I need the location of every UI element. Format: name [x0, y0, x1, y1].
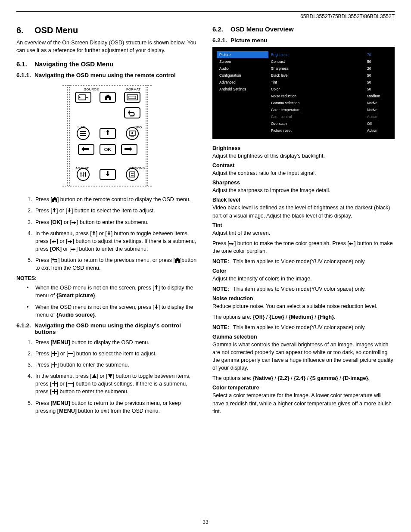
- plus-icon: [52, 351, 57, 356]
- h3-title: Navigating the OSD menu using the remote…: [34, 72, 176, 78]
- btn-home: [100, 92, 115, 103]
- osd-screenshot: PictureScreenAudioConfigurationAdvancedA…: [212, 47, 395, 139]
- h3-number: 6.2.1.: [212, 37, 230, 44]
- txt: When the OSD menu is not on the screen, …: [35, 304, 154, 310]
- btn-ok: OK: [100, 144, 115, 155]
- label-source: SOURCE: [84, 87, 99, 91]
- svg-rect-38: [83, 148, 89, 150]
- txt: or [: [62, 219, 72, 225]
- txt: ] or [: [97, 373, 108, 379]
- osd-label: Noise reduction: [268, 93, 364, 100]
- left-icon: [349, 242, 354, 246]
- txt: ] or [: [57, 238, 68, 244]
- txt: /: [290, 375, 294, 381]
- osd-value: Action: [364, 113, 390, 120]
- btn-list: [77, 128, 89, 140]
- txt: /: [284, 314, 289, 320]
- notes-heading: NOTES:: [16, 275, 199, 281]
- btn-options: [126, 168, 138, 180]
- txt: Press: [35, 400, 50, 406]
- list-item: When the OSD menu is not on the screen, …: [34, 284, 199, 299]
- def-heading: Tint: [212, 222, 395, 228]
- txt: Press [: [35, 196, 52, 202]
- up-icon: [52, 208, 56, 213]
- txt: Press [: [35, 257, 52, 263]
- osd-values: 705020505050MediumNativeNativeActionOffA…: [364, 51, 390, 134]
- osd-labels: BrightnessContrastSharpnessBlack levelTi…: [268, 51, 364, 134]
- txt: {Smart picture}: [56, 292, 95, 299]
- osd-label: Color temperature: [268, 106, 364, 113]
- txt: {Medium}: [289, 314, 313, 320]
- txt: ] or [: [96, 230, 107, 236]
- osd-left-item: Screen: [217, 58, 268, 65]
- triangle-down-icon: [108, 373, 113, 379]
- osd-left-item: Picture: [217, 51, 268, 58]
- list-item: In the submenu, press [] or [] button to…: [34, 230, 199, 253]
- txt: or [: [62, 246, 71, 252]
- def-heading: Gamma selection: [212, 334, 395, 340]
- plus-icon: [52, 389, 57, 394]
- list-item: Press [MENU] button to return to the pre…: [34, 399, 199, 415]
- svg-rect-43: [125, 148, 131, 150]
- def-heading: Sharpness: [212, 180, 395, 186]
- h3-number: 6.1.1.: [16, 72, 34, 78]
- note-label: NOTE:: [212, 258, 233, 265]
- txt: When the OSD menu is not on the screen, …: [35, 285, 154, 291]
- right-column: 6.2.OSD Menu Overview 6.2.1.Picture menu…: [212, 25, 395, 418]
- osd-value: 50: [364, 86, 390, 93]
- section-6-2-1-heading: 6.2.1.Picture menu: [212, 37, 395, 44]
- h3-title: Picture menu: [230, 37, 268, 44]
- txt: ] button to enter the submenu.: [57, 389, 129, 395]
- txt: /: [273, 375, 277, 381]
- section-6-2-heading: 6.2.OSD Menu Overview: [212, 25, 395, 33]
- def-body: The options are: {Off} / {Low} / {Medium…: [212, 313, 395, 321]
- def-body: Reduce picture noise. You can select a s…: [212, 302, 395, 310]
- txt: {S gamma}: [310, 375, 338, 381]
- btn-adjust: [77, 168, 89, 180]
- osd-label: Sharpness: [268, 65, 364, 72]
- txt: {Off}: [253, 314, 265, 320]
- list-item: Press [OK] or [] button to enter the sub…: [34, 218, 199, 226]
- txt: button to display the OSD menu.: [70, 339, 149, 345]
- txt: ] button to select the item to adjust.: [73, 351, 157, 357]
- down-icon: [107, 231, 111, 236]
- notes-list: When the OSD menu is not on the screen, …: [16, 284, 199, 319]
- txt: /: [265, 314, 269, 320]
- osd-label: Gamma selection: [268, 100, 364, 106]
- btn-down: [100, 169, 115, 180]
- right-icon: [229, 242, 234, 246]
- txt: {High}: [318, 314, 334, 320]
- list-item: Press [] or [] button to select the item…: [34, 350, 199, 358]
- list-item: Press [] or [] button to select the item…: [34, 207, 199, 215]
- def-body: Adjust tint of the screen.: [212, 229, 395, 237]
- osd-label: Picture reset: [268, 127, 364, 134]
- h3-title: Navigating the OSD menu using the displa…: [34, 322, 199, 335]
- left-column: 6.OSD Menu An overview of the On-Screen …: [16, 25, 199, 418]
- left-icon: [52, 240, 57, 244]
- svg-point-49: [80, 173, 81, 174]
- txt: {Audio source}: [56, 312, 95, 318]
- svg-rect-19: [75, 92, 91, 103]
- txt: {Native}: [253, 375, 273, 381]
- osd-sidebar: PictureScreenAudioConfigurationAdvancedA…: [217, 51, 268, 134]
- def-body: Adjust the brightness of this display's …: [212, 152, 395, 160]
- right-icon: [68, 240, 73, 244]
- txt: Press [: [212, 240, 229, 246]
- txt: Press: [35, 339, 50, 345]
- section-6-1-2-heading: 6.1.2.Navigating the OSD menu using the …: [16, 322, 199, 335]
- btn-right: [121, 144, 137, 155]
- def-body: Adjust the contrast ratio for the input …: [212, 169, 395, 177]
- osd-left-item: Advanced: [217, 79, 268, 86]
- osd-left-item: Configuration: [217, 72, 268, 79]
- def-body: Select a color temperature for the image…: [212, 392, 395, 415]
- label-format: FORMAT: [126, 87, 140, 91]
- up-icon: [154, 285, 159, 290]
- txt: button to exit from the OSD menu.: [77, 408, 160, 414]
- txt: ] button to enter the submenu.: [77, 219, 149, 225]
- h1-title: OSD Menu: [34, 25, 78, 35]
- txt: .: [95, 292, 97, 299]
- h1-number: 6.: [16, 25, 34, 35]
- osd-value: Action: [364, 127, 390, 134]
- def-heading: Color temperature: [212, 385, 395, 391]
- txt: ] or [: [57, 351, 68, 357]
